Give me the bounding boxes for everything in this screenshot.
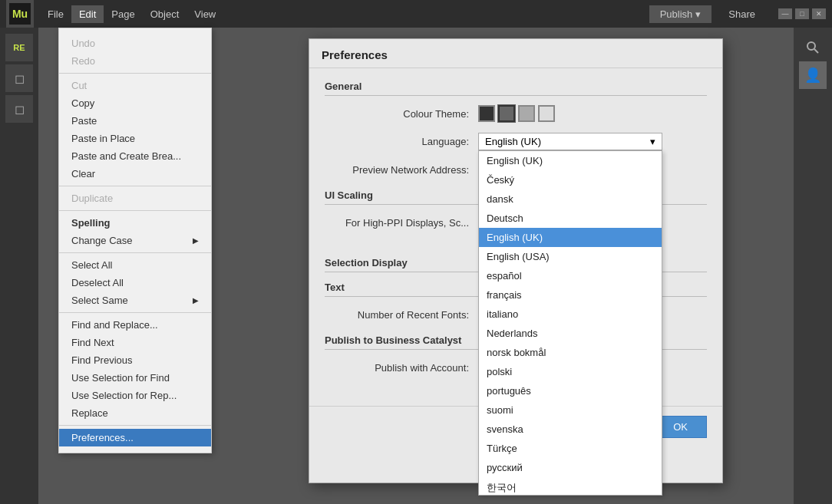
lang-option-francais[interactable]: français xyxy=(479,285,662,305)
lang-option-korean[interactable]: 한국어 xyxy=(479,477,662,496)
window-controls: — □ ✕ xyxy=(778,8,826,19)
share-button[interactable]: Share xyxy=(718,5,766,23)
swatch-medium[interactable] xyxy=(498,105,515,122)
language-row: Language: English (UK) ▾ English (UK) Če… xyxy=(325,133,707,150)
lang-option-english-usa[interactable]: English (USA) xyxy=(479,247,662,266)
menu-bar: Mu File Edit Page Object View Publish ▾ … xyxy=(0,0,832,28)
lang-option-italiano[interactable]: italiano xyxy=(479,305,662,324)
lang-option-suomi[interactable]: suomi xyxy=(479,400,662,420)
menu-edit[interactable]: Edit xyxy=(71,5,104,23)
lang-option-norsk[interactable]: norsk bokmål xyxy=(479,343,662,362)
app-logo-inner: Mu xyxy=(9,3,31,25)
dropdown-arrow-icon: ▾ xyxy=(650,136,655,147)
ui-scaling-label: For High-PPI Displays, Sc... xyxy=(325,214,478,229)
lang-option-nederlands[interactable]: Nederlands xyxy=(479,324,662,343)
language-selected-value: English (UK) xyxy=(485,136,541,147)
lang-option-deutsch[interactable]: Deutsch xyxy=(479,209,662,228)
lang-option-english-uk[interactable]: English (UK) xyxy=(479,228,662,247)
language-dropdown-container: English (UK) ▾ English (UK) Český dansk … xyxy=(478,133,707,150)
language-control: English (UK) ▾ English (UK) Český dansk … xyxy=(478,133,707,150)
menu-file[interactable]: File xyxy=(40,5,71,23)
lang-option-dansk[interactable]: dansk xyxy=(479,189,662,209)
minimize-button[interactable]: — xyxy=(778,8,792,19)
menu-page[interactable]: Page xyxy=(104,5,142,23)
menu-right: Publish ▾ Share — □ ✕ xyxy=(649,5,826,23)
close-button[interactable]: ✕ xyxy=(812,8,826,19)
menu-items: File Edit Page Object View xyxy=(40,5,649,23)
colour-theme-control xyxy=(478,105,707,122)
language-label: Language: xyxy=(325,133,478,147)
dialog-title: Preferences xyxy=(322,48,388,61)
menu-view[interactable]: View xyxy=(187,5,223,23)
lang-option-svenska[interactable]: svenska xyxy=(479,420,662,439)
publish-account-label: Publish with Account: xyxy=(325,359,478,374)
swatch-lighter[interactable] xyxy=(538,105,555,122)
section-general: General xyxy=(325,81,707,96)
swatch-dark[interactable] xyxy=(478,105,495,122)
maximize-button[interactable]: □ xyxy=(795,8,809,19)
lang-option-espanol[interactable]: español xyxy=(479,266,662,285)
app-logo-text: Mu xyxy=(12,8,28,20)
publish-button[interactable]: Publish ▾ xyxy=(649,5,712,23)
app-body: RE ◻ ◻ 👤 Undo Redo Cut Copy Paste Paste … xyxy=(0,28,832,504)
lang-option-english-uk-top[interactable]: English (UK) xyxy=(479,151,662,170)
lang-option-polski[interactable]: polski xyxy=(479,362,662,381)
color-swatches xyxy=(478,105,707,122)
colour-theme-row: Colour Theme: xyxy=(325,105,707,122)
colour-theme-label: Colour Theme: xyxy=(325,105,478,120)
lang-option-portugues[interactable]: português xyxy=(479,381,662,400)
dialog-body: General Colour Theme: Lan xyxy=(309,68,722,400)
menu-object[interactable]: Object xyxy=(143,5,187,23)
app-logo: Mu xyxy=(6,0,34,28)
swatch-light[interactable] xyxy=(518,105,535,122)
lang-option-cesky[interactable]: Český xyxy=(479,170,662,189)
lang-option-russian[interactable]: русский xyxy=(479,458,662,477)
lang-option-turkce[interactable]: Türkçe xyxy=(479,439,662,458)
preview-network-label: Preview Network Address: xyxy=(325,161,478,176)
preferences-dialog: Preferences General Colour Theme: xyxy=(309,38,723,483)
language-dropdown-trigger[interactable]: English (UK) ▾ xyxy=(478,133,662,150)
recent-fonts-label: Number of Recent Fonts: xyxy=(325,306,478,321)
dialog-titlebar: Preferences xyxy=(309,39,722,68)
language-dropdown-list: English (UK) Český dansk Deutsch English… xyxy=(478,150,662,496)
dialog-overlay: Preferences General Colour Theme: xyxy=(0,28,832,504)
